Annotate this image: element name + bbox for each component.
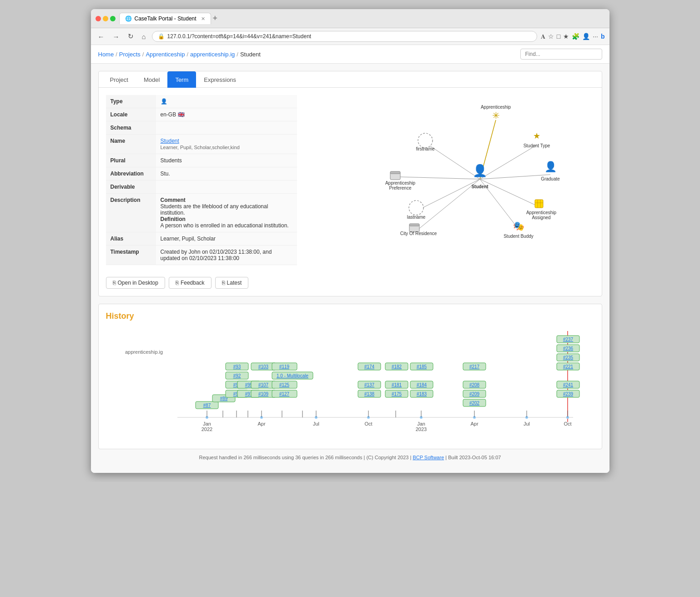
more-icon[interactable]: ···	[593, 33, 598, 40]
footer-link[interactable]: BCP Software	[413, 455, 444, 460]
home-button[interactable]: ⌂	[140, 32, 148, 41]
multilocale[interactable]: 1.0 - Multilocale	[276, 373, 308, 378]
bing-icon[interactable]: b	[601, 33, 605, 40]
url-text: 127.0.0.1/?content=otft&p=14&i=44&v=241&…	[167, 33, 312, 40]
graph-area: Apprenticeship ✳ firstname ★ Student Typ…	[306, 95, 594, 265]
desktop-icon: ⎘	[113, 280, 116, 286]
v119[interactable]: #119	[279, 364, 289, 369]
svg-line-2	[480, 145, 537, 179]
v109[interactable]: #109	[258, 391, 268, 396]
refresh-button[interactable]: ↻	[126, 31, 136, 41]
new-tab-button[interactable]: +	[213, 14, 218, 23]
page-footer: Request handled in 266 milliseconds usin…	[98, 449, 602, 466]
tab-model[interactable]: Model	[136, 71, 167, 88]
history-title: History	[106, 311, 594, 321]
action-buttons: ⎘ Open in Desktop ⎘ Feedback ⎘ Latest	[99, 272, 602, 296]
v183[interactable]: #183	[416, 391, 427, 396]
tab-expressions[interactable]: Expressions	[196, 71, 244, 88]
v235[interactable]: #235	[563, 355, 573, 360]
v175[interactable]: #175	[391, 391, 402, 396]
v181[interactable]: #181	[391, 382, 402, 387]
feedback-button[interactable]: ⎘ Feedback	[169, 277, 212, 289]
address-bar[interactable]: 🔒 127.0.0.1/?content=otft&p=14&i=44&v=24…	[152, 31, 537, 42]
favorites-icon[interactable]: ☆	[548, 33, 554, 40]
read-mode-icon[interactable]: 𝐀	[541, 33, 545, 40]
v184[interactable]: #184	[416, 382, 427, 387]
extensions-icon[interactable]: 🧩	[572, 33, 579, 40]
v236[interactable]: #236	[563, 346, 573, 351]
firstname-node	[418, 133, 433, 148]
tab-project[interactable]: Project	[102, 71, 136, 88]
main-tab-container: Project Model Term Expressions Type 👤 Lo…	[98, 71, 602, 296]
v237[interactable]: #237	[563, 337, 573, 342]
v125[interactable]: #125	[279, 382, 289, 387]
minimize-button[interactable]	[103, 16, 108, 21]
ap-pref-label: Apprenticeship	[385, 181, 415, 186]
v202[interactable]: #202	[469, 401, 479, 406]
tab-bar: 🌐 CaseTalk Portal - Student ✕ +	[119, 13, 605, 24]
schema-label: Schema	[106, 121, 156, 134]
v92[interactable]: #92	[233, 373, 241, 378]
breadcrumb-ig[interactable]: apprenticeship.ig	[190, 51, 235, 58]
profile-icon[interactable]: 👤	[582, 33, 590, 40]
favorites-bar-icon[interactable]: ★	[563, 33, 569, 40]
footer-text: Request handled in 266 milliseconds usin…	[199, 455, 412, 460]
v185[interactable]: #185	[416, 364, 427, 369]
v241[interactable]: #241	[563, 382, 573, 387]
v138[interactable]: #138	[364, 391, 374, 396]
v93[interactable]: #93	[233, 364, 241, 369]
breadcrumb-apprenticeship[interactable]: Apprenticeship	[146, 51, 185, 58]
feedback-icon: ⎘	[176, 280, 179, 286]
tab-header: Project Model Term Expressions	[99, 71, 602, 88]
v239[interactable]: #239	[563, 391, 573, 396]
close-button[interactable]	[96, 16, 101, 21]
locale-value: en-GB 🇬🇧	[156, 108, 297, 121]
forward-button[interactable]: →	[111, 32, 122, 41]
apprenticeship-icon: ✳	[492, 110, 499, 120]
nav-icons: 𝐀 ☆ □ ★ 🧩 👤 ··· b	[541, 33, 605, 40]
v182[interactable]: #182	[391, 364, 402, 369]
v174[interactable]: #174	[364, 364, 374, 369]
v137[interactable]: #137	[364, 382, 374, 387]
v208[interactable]: #208	[469, 382, 479, 387]
v217[interactable]: #217	[469, 364, 479, 369]
v103[interactable]: #103	[258, 364, 268, 369]
timestamp-row: Timestamp Created by John on 02/10/2023 …	[106, 246, 297, 265]
v107[interactable]: #107	[258, 382, 268, 387]
footer-build: | Built 2023-Oct-05 16:07	[445, 455, 501, 460]
svg-line-7	[418, 179, 480, 229]
buddy-icon: 🎭	[513, 221, 524, 231]
tab-term[interactable]: Term	[167, 71, 196, 88]
comment-text: Students are the lifeblood of any educat…	[161, 203, 268, 216]
back-button[interactable]: ←	[96, 32, 107, 41]
alias-row: Alias Learner, Pupil, Scholar	[106, 232, 297, 246]
timestamp-label: Timestamp	[106, 246, 156, 265]
label-jan2022: Jan	[203, 421, 211, 426]
apprenticeship-node-label: Apprenticeship	[480, 105, 511, 110]
breadcrumb: Home / Projects / Apprenticeship / appre…	[98, 51, 261, 58]
open-desktop-button[interactable]: ⎘ Open in Desktop	[106, 277, 165, 289]
browser-tab[interactable]: 🌐 CaseTalk Portal - Student ✕	[119, 13, 211, 24]
v127[interactable]: #127	[279, 391, 289, 396]
tab-close-icon[interactable]: ✕	[201, 16, 205, 22]
tab-title: CaseTalk Portal - Student	[135, 15, 196, 22]
v221[interactable]: #221	[563, 364, 573, 369]
collections-icon[interactable]: □	[557, 33, 560, 40]
breadcrumb-home[interactable]: Home	[98, 51, 114, 58]
description-row: Description Comment Students are the lif…	[106, 194, 297, 232]
name-link[interactable]: Student	[161, 138, 292, 144]
type-value: 👤	[156, 95, 297, 108]
type-row: Type 👤	[106, 95, 297, 108]
latest-button[interactable]: ⎘ Latest	[215, 277, 249, 289]
v209[interactable]: #209	[469, 391, 479, 396]
maximize-button[interactable]	[110, 16, 116, 21]
ap-pref-label2: Preference	[389, 186, 411, 191]
label-apr2023: Apr	[470, 421, 478, 426]
label-jul: Jul	[312, 421, 319, 426]
breadcrumb-projects[interactable]: Projects	[119, 51, 141, 58]
find-input[interactable]	[520, 49, 602, 60]
schema-value	[156, 121, 297, 134]
label-oct: Oct	[364, 421, 372, 426]
timestamp-value: Created by John on 02/10/2023 11:38:00, …	[156, 246, 297, 265]
v87[interactable]: #87	[203, 403, 211, 408]
